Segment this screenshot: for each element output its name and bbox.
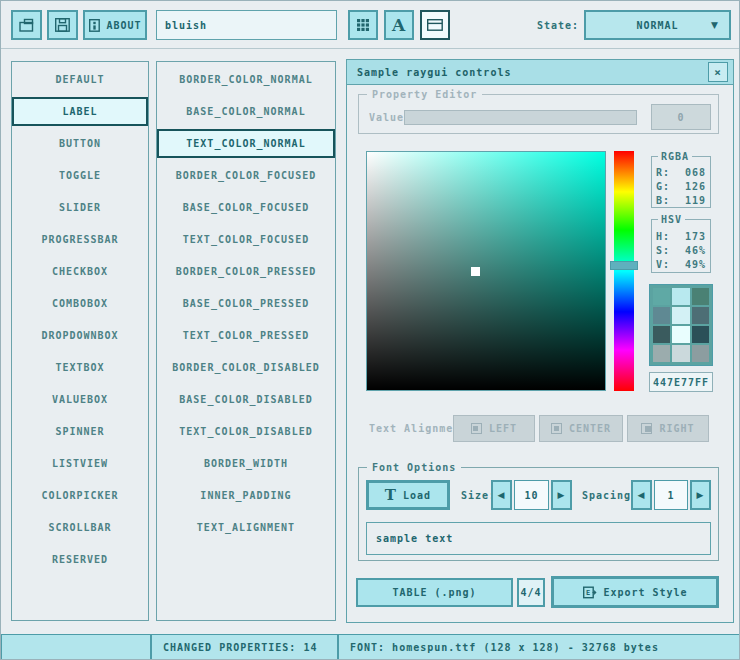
hue-handle[interactable] (610, 261, 638, 270)
align-center-icon (551, 423, 562, 434)
property-item-border_color_normal[interactable]: BORDER_COLOR_NORMAL (157, 65, 335, 94)
sidebar-item-valuebox[interactable]: VALUEBOX (12, 385, 148, 414)
spacing-value-box[interactable]: 1 (654, 480, 688, 510)
sidebar-item-scrollbar[interactable]: SCROLLBAR (12, 513, 148, 542)
right-arrow-icon: ▶ (558, 490, 566, 500)
align-right-icon (641, 423, 652, 434)
size-value-box[interactable]: 10 (514, 480, 549, 510)
color-swatch-2[interactable] (692, 288, 709, 305)
color-swatch-5[interactable] (692, 307, 709, 324)
spacing-label: Spacing: (582, 490, 638, 501)
sample-text-input[interactable]: sample text (366, 522, 711, 555)
load-font-button[interactable]: T Load (366, 480, 450, 510)
floppy-disk-icon (54, 17, 71, 33)
hsv-h-row: H:173 (656, 231, 706, 242)
status-changed-properties: CHANGED PROPERTIES: 14 (151, 634, 338, 660)
color-swatch-0[interactable] (653, 288, 670, 305)
property-item-border_width[interactable]: BORDER_WIDTH (157, 449, 335, 478)
left-arrow-icon: ◀ (498, 490, 506, 500)
sidebar-item-combobox[interactable]: COMBOBOX (12, 289, 148, 318)
sidebar-item-slider[interactable]: SLIDER (12, 193, 148, 222)
property-item-base_color_disabled[interactable]: BASE_COLOR_DISABLED (157, 385, 335, 414)
value-slider[interactable] (404, 110, 637, 125)
sidebar-item-listview[interactable]: LISTVIEW (12, 449, 148, 478)
sidebar-item-textbox[interactable]: TEXTBOX (12, 353, 148, 382)
left-arrow-icon: ◀ (638, 490, 646, 500)
color-swatch-9[interactable] (653, 345, 670, 362)
property-item-inner_padding[interactable]: INNER_PADDING (157, 481, 335, 510)
hex-value-box[interactable]: 447E77FF (649, 372, 713, 392)
size-decrease-button[interactable]: ◀ (491, 480, 512, 510)
align-right-button[interactable]: RIGHT (627, 415, 709, 442)
sidebar-item-toggle[interactable]: TOGGLE (12, 161, 148, 190)
window-mode-button[interactable] (420, 10, 450, 40)
color-swatch-4[interactable] (672, 307, 689, 324)
hsv-title: HSV (658, 214, 685, 225)
sidebar-item-default[interactable]: DEFAULT (12, 65, 148, 94)
rguistyler-window: ABOUT A State: NORMAL ▼ DEFAULTLABELBUTT… (0, 0, 740, 660)
property-item-text_alignment[interactable]: TEXT_ALIGNMENT (157, 513, 335, 542)
open-file-button[interactable] (11, 10, 42, 40)
property-item-text_color_disabled[interactable]: TEXT_COLOR_DISABLED (157, 417, 335, 446)
property-item-base_color_focused[interactable]: BASE_COLOR_FOCUSED (157, 193, 335, 222)
property-item-text_color_pressed[interactable]: TEXT_COLOR_PRESSED (157, 321, 335, 350)
page-indicator[interactable]: 4/4 (517, 578, 545, 607)
sidebar-item-progressbar[interactable]: PROGRESSBAR (12, 225, 148, 254)
sidebar-item-button[interactable]: BUTTON (12, 129, 148, 158)
property-item-base_color_pressed[interactable]: BASE_COLOR_PRESSED (157, 289, 335, 318)
spacing-decrease-button[interactable]: ◀ (631, 480, 652, 510)
property-item-border_color_pressed[interactable]: BORDER_COLOR_PRESSED (157, 257, 335, 286)
export-icon: E (582, 585, 597, 600)
align-center-button[interactable]: CENTER (539, 415, 623, 442)
style-name-input[interactable] (156, 10, 337, 40)
save-style-button[interactable] (47, 10, 78, 40)
property-item-base_color_normal[interactable]: BASE_COLOR_NORMAL (157, 97, 335, 126)
color-swatch-1[interactable] (672, 288, 689, 305)
export-style-button[interactable]: E Export Style (551, 576, 719, 608)
about-button[interactable]: ABOUT (83, 10, 147, 40)
color-swatch-10[interactable] (672, 345, 689, 362)
sidebar-item-spinner[interactable]: SPINNER (12, 417, 148, 446)
sidebar-item-colorpicker[interactable]: COLORPICKER (12, 481, 148, 510)
spacing-increase-button[interactable]: ▶ (690, 480, 711, 510)
font-load-icon: T (385, 488, 397, 503)
color-swatch-11[interactable] (692, 345, 709, 362)
sidebar-item-reserved[interactable]: RESERVED (12, 545, 148, 574)
property-item-text_color_normal[interactable]: TEXT_COLOR_NORMAL (157, 129, 335, 158)
property-item-text_color_focused[interactable]: TEXT_COLOR_FOCUSED (157, 225, 335, 254)
folder-icon (18, 18, 36, 33)
chevron-down-icon: ▼ (711, 20, 719, 30)
color-cursor[interactable] (471, 267, 480, 276)
color-swatch-8[interactable] (692, 326, 709, 343)
align-left-button[interactable]: LEFT (453, 415, 535, 442)
color-swatch-grid (649, 284, 713, 366)
rgba-title: RGBA (658, 151, 692, 162)
state-dropdown[interactable]: NORMAL ▼ (584, 10, 731, 40)
properties-list: BORDER_COLOR_NORMALBASE_COLOR_NORMALTEXT… (156, 61, 336, 621)
sidebar-item-checkbox[interactable]: CHECKBOX (12, 257, 148, 286)
color-swatch-3[interactable] (653, 307, 670, 324)
property-item-border_color_disabled[interactable]: BORDER_COLOR_DISABLED (157, 353, 335, 382)
close-icon: × (714, 66, 722, 79)
svg-text:E: E (586, 589, 591, 597)
close-button[interactable]: × (708, 62, 728, 82)
sidebar-item-label[interactable]: LABEL (12, 97, 148, 126)
hsv-v-row: V:49% (656, 259, 706, 270)
hue-bar[interactable] (614, 151, 634, 391)
controls-list: DEFAULTLABELBUTTONTOGGLESLIDERPROGRESSBA… (11, 61, 149, 621)
right-arrow-icon: ▶ (697, 490, 705, 500)
font-options-title: Font Options (367, 462, 461, 473)
color-swatch-6[interactable] (653, 326, 670, 343)
state-dropdown-value: NORMAL (636, 20, 678, 31)
saturation-value-panel[interactable] (366, 151, 606, 391)
size-increase-button[interactable]: ▶ (551, 480, 572, 510)
window-icon (426, 18, 444, 32)
color-swatch-7[interactable] (672, 326, 689, 343)
status-font-info: FONT: homespun.ttf (128 x 128) - 32768 b… (338, 634, 740, 660)
table-format-button[interactable]: TABLE (.png) (356, 578, 513, 607)
value-box[interactable]: 0 (651, 104, 711, 130)
property-item-border_color_focused[interactable]: BORDER_COLOR_FOCUSED (157, 161, 335, 190)
font-preview-button[interactable]: A (384, 10, 414, 40)
sidebar-item-dropdownbox[interactable]: DROPDOWNBOX (12, 321, 148, 350)
grid-view-button[interactable] (348, 10, 378, 40)
